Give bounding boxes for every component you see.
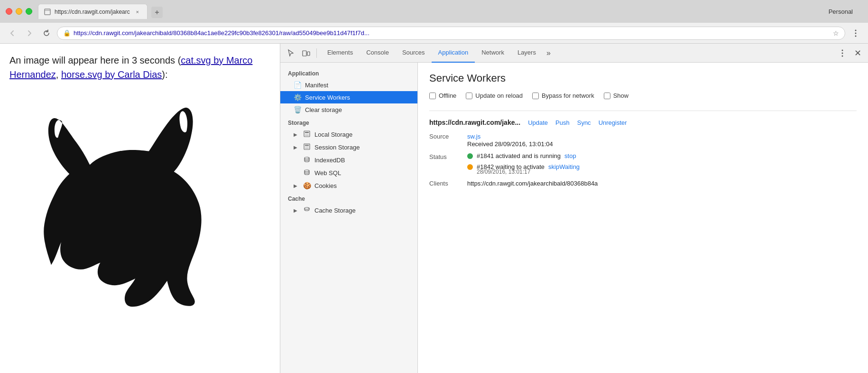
sw-source-file-link[interactable]: sw.js [467,133,480,140]
tab-title: https://cdn.rawgit.com/jakearc [55,9,130,15]
sidebar-item-indexeddb[interactable]: IndexedDB [280,154,417,167]
sidebar-item-local-storage[interactable]: ▶ Local Storage [280,128,417,141]
status-dot-orange [467,164,473,170]
nav-bar: 🔒 https://cdn.rawgit.com/jakearchibald/8… [0,23,868,44]
sw-entry: https://cdn.rawgit.com/jake... Update Pu… [429,111,857,195]
local-storage-expand-icon: ▶ [294,132,299,137]
sidebar-item-web-sql[interactable]: Web SQL [280,167,417,179]
sw-received-text: Received 28/09/2016, 13:01:04 [467,140,553,148]
tab-favicon-icon [44,9,51,15]
svg-point-20 [305,157,309,159]
sw-status-item-1: #1841 activated and is running stop [467,152,580,159]
source-label: Source [429,132,467,140]
devtools-body: Application 📄 Manifest ⚙️ Service Worker… [280,63,868,373]
address-bar[interactable]: 🔒 https://cdn.rawgit.com/jakearchibald/8… [57,27,845,40]
more-tabs-button[interactable]: » [543,49,554,57]
show-checkbox[interactable] [604,93,610,99]
sidebar-application-label: Application [280,66,417,79]
sw-stop-link[interactable]: stop [564,152,576,159]
device-icon [302,49,310,57]
indexeddb-icon [303,156,311,164]
sidebar-item-manifest[interactable]: 📄 Manifest [280,79,417,91]
minimize-traffic-light[interactable] [16,8,22,15]
new-tab-area [148,6,166,19]
svg-rect-13 [305,132,309,133]
page-area: An image will appear here in 3 seconds (… [0,44,280,373]
svg-rect-18 [305,147,309,147]
svg-point-5 [855,32,857,34]
new-tab-button[interactable] [151,7,163,18]
svg-rect-19 [305,148,309,149]
show-checkbox-label[interactable]: Show [604,92,629,99]
sw-update-link[interactable]: Update [528,119,548,126]
horse-svg-link[interactable]: horse.svg by Carla Dias [61,69,162,80]
more-options-button[interactable] [849,27,862,40]
plus-icon [154,9,160,15]
browser-tab[interactable]: https://cdn.rawgit.com/jakearc × [38,4,148,19]
device-toolbar-button[interactable] [299,47,313,60]
svg-point-10 [842,52,843,54]
bypass-for-network-checkbox-label[interactable]: Bypass for network [532,92,594,99]
session-storage-expand-icon: ▶ [294,145,299,150]
sw-sync-link[interactable]: Sync [577,119,591,126]
maximize-traffic-light[interactable] [26,8,32,15]
sw-clients-row: Clients https://cdn.rawgit.com/jakearchi… [429,180,857,187]
status-label: Status [429,152,467,160]
tab-application[interactable]: Application [432,44,475,63]
offline-checkbox-label[interactable]: Offline [429,92,456,99]
tab-network[interactable]: Network [475,44,511,63]
cookies-icon: 🍪 [303,182,311,189]
clients-label: Clients [429,180,467,187]
update-on-reload-checkbox[interactable] [466,93,472,99]
svg-point-6 [855,35,857,37]
devtools-toolbar: Elements Console Sources Application Net… [280,44,868,63]
clients-value: https://cdn.rawgit.com/jakearchibald/803… [467,180,598,187]
sw-push-link[interactable]: Push [555,119,570,126]
svg-point-11 [842,55,843,56]
inspect-element-button[interactable] [284,47,297,60]
tab-layers[interactable]: Layers [511,44,543,63]
close-traffic-light[interactable] [6,8,12,15]
devtools-more-button[interactable] [836,47,849,60]
session-storage-icon [303,143,311,151]
sw-unregister-link[interactable]: Unregister [599,119,627,126]
svg-point-9 [842,49,843,51]
sidebar-item-service-workers[interactable]: ⚙️ Service Workers [280,91,417,103]
sw-skip-waiting-link[interactable]: skipWaiting [548,163,580,170]
service-workers-title: Service Workers [429,72,857,84]
status-dot-green [467,153,473,159]
page-text-before: An image will appear here in 3 seconds ( [9,55,181,65]
tab-close-button[interactable]: × [134,8,141,16]
sidebar-item-cache-storage[interactable]: ▶ Cache Storage [280,204,417,217]
tab-console[interactable]: Console [360,44,396,63]
traffic-lights [6,8,32,15]
tab-sources[interactable]: Sources [396,44,432,63]
cache-storage-expand-icon: ▶ [294,208,299,213]
bookmark-icon[interactable]: ☆ [833,29,839,37]
sidebar-item-session-storage[interactable]: ▶ Session Storage [280,141,417,154]
sw-url-row: https://cdn.rawgit.com/jake... Update Pu… [429,119,857,126]
back-button[interactable] [6,27,19,40]
tab-elements[interactable]: Elements [321,44,360,63]
sidebar-cache-label: Cache [280,192,417,204]
bypass-for-network-checkbox[interactable] [532,93,539,99]
web-sql-icon [303,169,311,177]
devtools-main-panel: Service Workers Offline Update on reload [418,63,868,373]
reload-button[interactable] [40,27,53,40]
devtools-close-button[interactable]: ✕ [851,47,864,60]
update-on-reload-checkbox-label[interactable]: Update on reload [466,92,523,99]
svg-point-4 [855,29,857,31]
forward-button[interactable] [23,27,36,40]
browser-content: An image will appear here in 3 seconds (… [0,44,868,373]
offline-checkbox[interactable] [429,93,436,99]
devtools-right-icons: ✕ [836,47,864,60]
page-description: An image will appear here in 3 seconds (… [9,53,270,82]
sw-status-row: Status #1841 activated and is running st… [429,152,857,175]
service-workers-icon: ⚙️ [294,93,301,101]
sidebar-item-cookies[interactable]: ▶ 🍪 Cookies [280,179,417,192]
forward-icon [26,29,33,37]
secure-icon: 🔒 [63,29,71,37]
sidebar-item-clear-storage[interactable]: 🗑️ Clear storage [280,103,417,116]
sw-source-row: Source sw.js Received 28/09/2016, 13:01:… [429,132,857,148]
cookies-expand-icon: ▶ [294,183,299,188]
